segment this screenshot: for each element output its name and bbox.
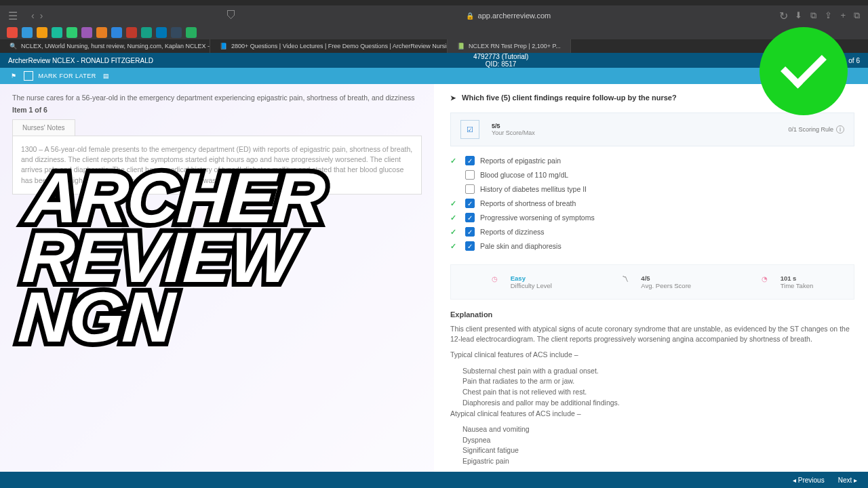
checkbox[interactable]: ✓ [465, 156, 475, 165]
browser-tab[interactable]: 🔍NCLEX, UWorld Nursing, hurst review, Nu… [0, 39, 210, 53]
mark-checkbox[interactable] [24, 71, 33, 81]
correct-mark-icon: ✓ [450, 157, 460, 165]
browser-tab[interactable]: 📘2800+ Questions | Video Lectures | Free… [210, 39, 448, 53]
explanation-text: Atypical clinical features of ACS includ… [450, 409, 854, 419]
option-label: Pale skin and diaphoresis [480, 242, 561, 250]
notes-icon[interactable]: ▤ [103, 73, 110, 79]
checkbox[interactable] [465, 184, 475, 194]
correct-mark-icon: ✓ [450, 214, 460, 222]
bookmark-icon[interactable] [111, 27, 122, 38]
browser-tab[interactable]: 📗NCLEX RN Test Prep | 2,100+ P... [448, 39, 571, 53]
bookmark-icon[interactable] [22, 27, 33, 38]
option-label: Blood glucose of 110 mg/dL [480, 171, 568, 179]
info-icon[interactable]: i [836, 125, 844, 134]
overlay-title: ARCHER REVIEW NGN [17, 168, 326, 348]
refresh-icon[interactable]: ↻ [779, 9, 788, 22]
difficulty-value: Easy [511, 274, 552, 282]
answer-option[interactable]: ✓ ✓ Reports of dizziness [450, 227, 854, 237]
peers-label: Avg. Peers Score [641, 282, 691, 289]
tab-strip: 🔍NCLEX, UWorld Nursing, hurst review, Nu… [0, 39, 868, 53]
sidebar-toggle-icon[interactable]: ☰ [8, 9, 18, 22]
url-text: app.archerreview.com [478, 12, 551, 20]
correct-mark-icon: ✓ [450, 228, 460, 236]
next-button[interactable]: Next ▸ [838, 476, 857, 484]
page-of: of 6 [848, 57, 860, 64]
mac-menubar [0, 0, 868, 5]
list-item: Diaphoresis and pallor may be additional… [462, 398, 854, 409]
list-item: Chest pain that is not relieved with res… [462, 387, 854, 398]
option-label: Reports of epigastric pain [480, 157, 561, 165]
checkmark-badge [760, 27, 848, 115]
explanation-text: This client presented with atypical sign… [450, 324, 854, 344]
option-label: Reports of dizziness [480, 228, 545, 236]
bookmark-icon[interactable] [171, 27, 182, 38]
answer-pane: ➤ Which five (5) client findings require… [434, 84, 868, 477]
footer-nav: ◂ Previous Next ▸ [0, 472, 868, 488]
item-counter: Item 1 of 6 [12, 106, 422, 114]
question-stem: The nurse cares for a 56-year-old in the… [12, 94, 422, 102]
gauge-icon: ◷ [492, 275, 505, 289]
peers-value: 4/5 [641, 274, 691, 282]
list-item: Dyspnea [462, 435, 854, 446]
explanation-heading: Explanation [450, 310, 854, 319]
answer-option[interactable]: Blood glucose of 110 mg/dL [450, 170, 854, 180]
mark-for-later-label: MARK FOR LATER [39, 73, 96, 79]
answer-options: ✓ ✓ Reports of epigastric pain Blood glu… [450, 156, 854, 251]
chart-icon: 〽 [622, 275, 635, 289]
flag-icon[interactable]: ⚑ [11, 73, 17, 79]
back-button[interactable]: ‹ [31, 10, 35, 21]
option-label: Progressive worsening of symptoms [480, 214, 595, 222]
plus-icon[interactable]: + [840, 10, 846, 21]
answer-option[interactable]: ✓ ✓ Progressive worsening of symptoms [450, 213, 854, 222]
question-toolbar: ⚑ MARK FOR LATER ▤ [0, 68, 868, 84]
list-item: Pain that radiates to the arm or jaw. [462, 376, 854, 387]
arrow-icon: ➤ [450, 94, 456, 102]
answer-option[interactable]: History of diabetes mellitus type II [450, 184, 854, 194]
explanation-text: Typical clinical features of ACS include… [450, 350, 854, 360]
bookmark-icon[interactable] [126, 27, 137, 38]
forward-button[interactable]: › [40, 10, 43, 21]
correct-mark-icon: ✓ [450, 242, 460, 250]
bookmark-icon[interactable] [186, 27, 197, 38]
checkbox[interactable] [465, 170, 475, 180]
option-label: History of diabetes mellitus type II [480, 185, 587, 193]
answer-option[interactable]: ✓ ✓ Reports of epigastric pain [450, 156, 854, 165]
answer-option[interactable]: ✓ ✓ Reports of shortness of breath [450, 199, 854, 208]
app-title: ArcherReview NCLEX - RONALD FITZGERALD [8, 57, 153, 64]
bookmark-bar [0, 26, 868, 39]
difficulty-label: Difficulty Level [511, 282, 552, 289]
previous-button[interactable]: ◂ Previous [793, 476, 825, 484]
score-label: Your Score/Max [492, 129, 535, 136]
score-value: 5/5 [492, 123, 535, 129]
answer-option[interactable]: ✓ ✓ Pale skin and diaphoresis [450, 241, 854, 251]
checkbox[interactable]: ✓ [465, 227, 475, 237]
bookmark-icon[interactable] [96, 27, 107, 38]
bookmark-icon[interactable] [156, 27, 167, 38]
bookmark-icon[interactable] [81, 27, 92, 38]
bookmark-icon[interactable] [52, 27, 62, 38]
list-item: Significant fatigue [462, 445, 854, 456]
copy-icon[interactable]: ⧉ [810, 10, 816, 21]
browser-toolbar: ☰ ‹ › ⛉ 🔒 app.archerreview.com ↻ ⬇ ⧉ ⇪ +… [0, 5, 868, 26]
bookmark-icon[interactable] [37, 27, 47, 38]
url-bar[interactable]: 🔒 app.archerreview.com [243, 12, 772, 20]
shield-icon[interactable]: ⛉ [226, 9, 237, 22]
time-value: 101 s [781, 274, 814, 282]
time-label: Time Taken [781, 282, 814, 289]
share-icon[interactable]: ⇪ [825, 10, 832, 21]
list-item: Epigastric pain [462, 456, 854, 467]
checkbox[interactable]: ✓ [465, 199, 475, 208]
download-icon[interactable]: ⬇ [795, 10, 802, 21]
correct-mark-icon: ✓ [450, 199, 460, 207]
bookmark-icon[interactable] [7, 27, 18, 38]
checkbox[interactable]: ✓ [465, 213, 475, 222]
bookmark-icon[interactable] [66, 27, 77, 38]
tabs-icon[interactable]: ⧉ [854, 10, 860, 21]
check-icon: ☑ [460, 120, 479, 139]
nurses-notes-tab[interactable]: Nurses' Notes [12, 119, 75, 136]
app-header: ArcherReview NCLEX - RONALD FITZGERALD 4… [0, 53, 868, 68]
checkbox[interactable]: ✓ [465, 241, 475, 251]
tutorial-id: 4792773 (Tutorial) [473, 53, 528, 60]
list-item: Nausea and vomiting [462, 424, 854, 435]
bookmark-icon[interactable] [141, 27, 152, 38]
